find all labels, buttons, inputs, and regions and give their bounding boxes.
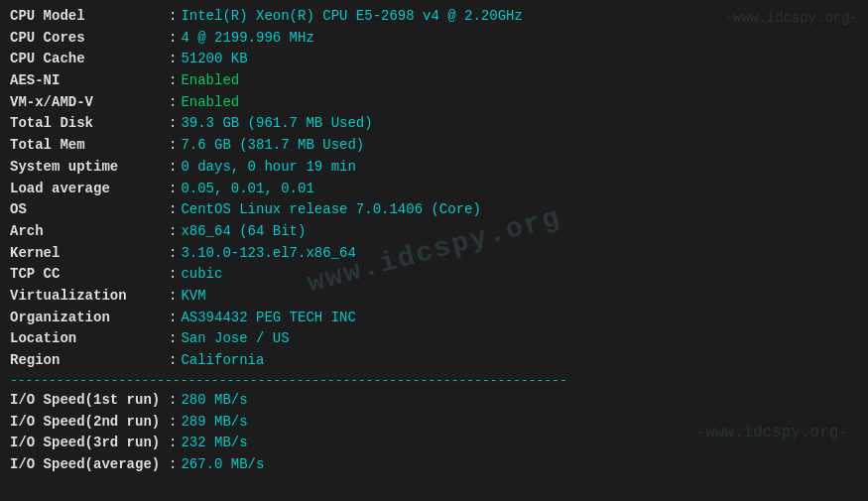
- row-colon: :: [169, 243, 177, 265]
- info-row: System uptime: 0 days, 0 hour 19 min: [10, 157, 858, 179]
- row-colon: :: [169, 6, 177, 28]
- io-row: I/O Speed(average): 267.0 MB/s: [10, 454, 858, 476]
- row-colon: :: [169, 157, 177, 179]
- row-label: Load average: [10, 179, 169, 200]
- row-label: Total Mem: [10, 135, 169, 157]
- row-value: Enabled: [181, 92, 239, 114]
- info-row: OS: CentOS Linux release 7.0.1406 (Core): [10, 199, 858, 221]
- row-label: OS: [10, 199, 169, 221]
- row-value: 51200 KB: [181, 49, 247, 70]
- io-value: 289 MB/s: [181, 412, 247, 434]
- row-label: Location: [10, 328, 169, 350]
- info-row: Total Disk: 39.3 GB (961.7 MB Used): [10, 113, 858, 135]
- row-colon: :: [169, 179, 177, 200]
- info-row: Organization: AS394432 PEG TECH INC: [10, 308, 858, 329]
- row-colon: :: [169, 113, 177, 135]
- row-label: Arch: [10, 221, 169, 243]
- row-value: 0.05, 0.01, 0.01: [181, 179, 313, 200]
- info-row: Load average: 0.05, 0.01, 0.01: [10, 179, 858, 200]
- row-value: 0 days, 0 hour 19 min: [181, 157, 355, 179]
- io-row: I/O Speed(2nd run): 289 MB/s: [10, 412, 858, 434]
- info-row: AES-NI: Enabled: [10, 70, 858, 92]
- io-value: 267.0 MB/s: [181, 454, 264, 476]
- row-label: System uptime: [10, 157, 169, 179]
- info-row: CPU Cores: 4 @ 2199.996 MHz: [10, 28, 858, 50]
- row-colon: :: [169, 70, 177, 92]
- io-label: I/O Speed(1st run): [10, 390, 169, 412]
- row-label: Organization: [10, 308, 169, 329]
- row-value: California: [181, 350, 264, 372]
- row-label: TCP CC: [10, 264, 169, 286]
- row-colon: :: [169, 135, 177, 157]
- row-value: San Jose / US: [181, 328, 289, 350]
- row-label: Virtualization: [10, 286, 169, 308]
- row-value: 3.10.0-123.el7.x86_64: [181, 243, 355, 265]
- io-row: I/O Speed(3rd run): 232 MB/s: [10, 433, 858, 454]
- row-colon: :: [169, 328, 177, 350]
- info-row: TCP CC: cubic: [10, 264, 858, 286]
- info-row: CPU Cache: 51200 KB: [10, 49, 858, 70]
- row-label: CPU Cores: [10, 28, 169, 50]
- row-label: AES-NI: [10, 70, 169, 92]
- row-colon: :: [169, 350, 177, 372]
- io-colon: :: [169, 390, 177, 412]
- row-label: Kernel: [10, 243, 169, 265]
- info-row: Kernel: 3.10.0-123.el7.x86_64: [10, 243, 858, 265]
- io-label: I/O Speed(2nd run): [10, 412, 169, 434]
- io-label: I/O Speed(average): [10, 454, 169, 476]
- row-value: 4 @ 2199.996 MHz: [181, 28, 313, 50]
- row-label: CPU Cache: [10, 49, 169, 70]
- info-row: Virtualization: KVM: [10, 286, 858, 308]
- row-value: cubic: [181, 264, 222, 286]
- io-colon: :: [169, 454, 177, 476]
- row-colon: :: [169, 199, 177, 221]
- io-colon: :: [169, 412, 177, 434]
- io-label: I/O Speed(3rd run): [10, 433, 169, 454]
- row-label: Region: [10, 350, 169, 372]
- row-colon: :: [169, 286, 177, 308]
- row-colon: :: [169, 264, 177, 286]
- info-row: Region: California: [10, 350, 858, 372]
- row-value: AS394432 PEG TECH INC: [181, 308, 355, 329]
- io-colon: :: [169, 433, 177, 454]
- row-value: KVM: [181, 286, 205, 308]
- middle-divider: ----------------------------------------…: [10, 372, 858, 390]
- row-label: CPU Model: [10, 6, 169, 28]
- io-value: 232 MB/s: [181, 433, 247, 454]
- row-value: 39.3 GB (961.7 MB Used): [181, 113, 372, 135]
- row-value: 7.6 GB (381.7 MB Used): [181, 135, 364, 157]
- system-info-section: CPU Model: Intel(R) Xeon(R) CPU E5-2698 …: [10, 6, 858, 372]
- info-row: Arch: x86_64 (64 Bit): [10, 221, 858, 243]
- row-colon: :: [169, 28, 177, 50]
- io-value: 280 MB/s: [181, 390, 247, 412]
- io-section: I/O Speed(1st run): 280 MB/sI/O Speed(2n…: [10, 390, 858, 476]
- row-colon: :: [169, 221, 177, 243]
- row-colon: :: [169, 92, 177, 114]
- row-label: Total Disk: [10, 113, 169, 135]
- io-row: I/O Speed(1st run): 280 MB/s: [10, 390, 858, 412]
- info-row: Location: San Jose / US: [10, 328, 858, 350]
- row-label: VM-x/AMD-V: [10, 92, 169, 114]
- row-value: CentOS Linux release 7.0.1406 (Core): [181, 199, 480, 221]
- info-row: Total Mem: 7.6 GB (381.7 MB Used): [10, 135, 858, 157]
- row-colon: :: [169, 49, 177, 70]
- row-value: Intel(R) Xeon(R) CPU E5-2698 v4 @ 2.20GH…: [181, 6, 522, 28]
- row-colon: :: [169, 308, 177, 329]
- row-value: Enabled: [181, 70, 239, 92]
- row-value: x86_64 (64 Bit): [181, 221, 306, 243]
- info-row: VM-x/AMD-V: Enabled: [10, 92, 858, 114]
- info-row: CPU Model: Intel(R) Xeon(R) CPU E5-2698 …: [10, 6, 858, 28]
- terminal-window: www.idcspy.org -www.idcspy.org- -www.idc…: [0, 0, 868, 501]
